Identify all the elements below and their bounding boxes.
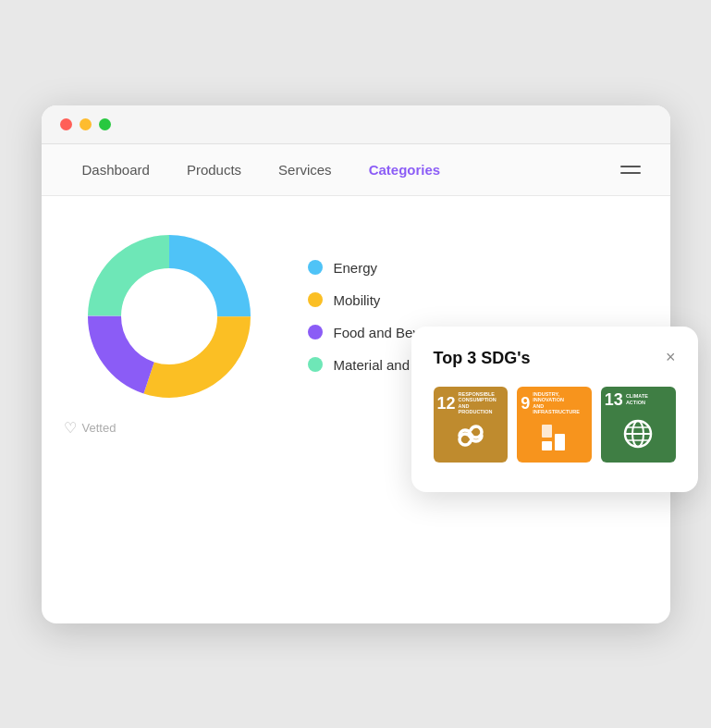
sdg-12-number: 12 <box>437 395 456 412</box>
nav-item-categories[interactable]: Categories <box>350 145 460 194</box>
maximize-button[interactable] <box>99 118 111 130</box>
svg-rect-6 <box>542 425 552 438</box>
sdg-13-icon <box>615 411 661 457</box>
sdg-card-13: 13 CLIMATEACTION <box>601 387 676 463</box>
sdg-13-number: 13 <box>605 391 623 408</box>
close-button[interactable] <box>60 118 72 130</box>
popup-title: Top 3 SDG's <box>434 349 531 368</box>
legend-dot-food <box>308 325 323 339</box>
hamburger-line-2 <box>620 172 641 174</box>
legend-label-energy: Energy <box>334 260 378 276</box>
sdg-12-icon <box>447 415 494 457</box>
nav-item-dashboard[interactable]: Dashboard <box>64 145 168 194</box>
main-content: Energy Mobility Food and Beverages Mater… <box>42 196 670 455</box>
legend-label-mobility: Mobility <box>334 292 381 308</box>
svg-rect-5 <box>555 434 565 450</box>
hamburger-line-1 <box>620 166 641 167</box>
sdg-card-12: 12 RESPONSIBLECONSUMPTIONAND PRODUCTION <box>434 387 509 463</box>
sdg-card-9: 9 INDUSTRY, INNOVATIONAND INFRASTRUCTURE <box>517 387 592 463</box>
browser-window: Dashboard Products Services Categories <box>42 105 670 623</box>
nav-item-services[interactable]: Services <box>260 145 350 194</box>
popup-close-button[interactable]: × <box>666 349 676 365</box>
sdg-cards-container: 12 RESPONSIBLECONSUMPTIONAND PRODUCTION <box>434 387 676 463</box>
minimize-button[interactable] <box>80 118 92 130</box>
sdg-9-top: 9 INDUSTRY, INNOVATIONAND INFRASTRUCTURE <box>521 391 588 415</box>
legend-item-energy: Energy <box>308 260 462 276</box>
legend-item-mobility: Mobility <box>308 292 462 308</box>
legend-dot-mobility <box>308 292 323 307</box>
legend-dot-energy <box>308 260 323 275</box>
sdg-9-icon <box>532 415 578 457</box>
nav-bar: Dashboard Products Services Categories <box>42 144 670 196</box>
vetted-label: Vetted <box>82 421 116 435</box>
title-bar <box>42 105 670 144</box>
popup-header: Top 3 SDG's × <box>434 349 676 368</box>
sdg-popup: Top 3 SDG's × 12 RESPONSIBLECONSUMPTIONA… <box>411 327 698 492</box>
sdg-9-number: 9 <box>521 395 530 412</box>
legend-dot-waste <box>308 357 323 372</box>
sdg-9-label: INDUSTRY, INNOVATIONAND INFRASTRUCTURE <box>533 391 588 415</box>
donut-chart <box>86 233 252 400</box>
svg-rect-4 <box>542 441 552 450</box>
nav-item-products[interactable]: Products <box>168 145 260 194</box>
sdg-13-label: CLIMATEACTION <box>626 393 648 405</box>
vetted-branding: ♡ Vetted <box>64 419 116 437</box>
sdg-12-top: 12 RESPONSIBLECONSUMPTIONAND PRODUCTION <box>437 391 505 415</box>
hamburger-menu[interactable] <box>613 158 648 181</box>
sdg-13-top: 13 CLIMATEACTION <box>605 391 672 408</box>
vetted-heart-icon: ♡ <box>64 419 77 437</box>
sdg-12-label: RESPONSIBLECONSUMPTIONAND PRODUCTION <box>459 391 505 415</box>
